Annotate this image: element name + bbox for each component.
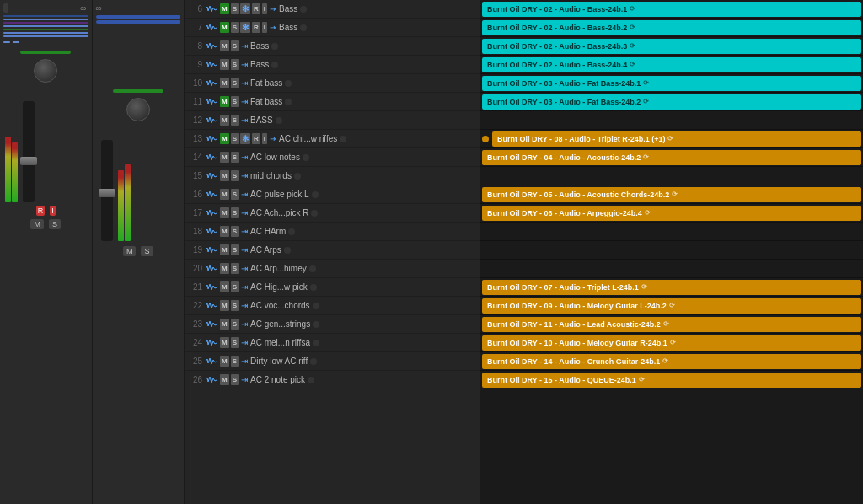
track-row[interactable]: 23 MS⇥AC gen...strings bbox=[185, 315, 480, 334]
solo-button[interactable]: S bbox=[231, 189, 239, 200]
audio-clip[interactable]: Burnt Oil DRY - 14 - Audio - Crunch Guit… bbox=[482, 354, 861, 369]
r-button[interactable]: R bbox=[252, 133, 260, 144]
audio-clip[interactable]: Burnt Oil DRY - 03 - Audio - Fat Bass-24… bbox=[482, 94, 861, 110]
audio-clip[interactable]: Burnt Oil DRY - 09 - Audio - Melody Guit… bbox=[482, 298, 861, 314]
i-btn-1[interactable]: I bbox=[50, 206, 56, 216]
fader-track-2[interactable] bbox=[101, 140, 113, 241]
mute-button[interactable]: M bbox=[220, 133, 229, 144]
solo-button[interactable]: S bbox=[231, 300, 239, 311]
mute-button[interactable]: M bbox=[220, 281, 229, 292]
audio-clip[interactable]: Burnt Oil DRY - 04 - Audio - Acoustic-24… bbox=[482, 150, 861, 165]
audio-clip[interactable]: Burnt Oil DRY - 02 - Audio - Bass-24b.2⟳ bbox=[482, 20, 861, 35]
track-row[interactable]: 13 MS✻RI⇥AC chi...w riffes bbox=[185, 130, 480, 148]
solo-button[interactable]: S bbox=[231, 319, 239, 330]
track-row[interactable]: 19 MS⇥AC Arps bbox=[185, 241, 480, 260]
solo-button[interactable]: S bbox=[231, 356, 239, 367]
read-btn-1[interactable] bbox=[20, 51, 71, 54]
mute-button[interactable]: M bbox=[220, 3, 229, 14]
solo-button[interactable]: S bbox=[231, 96, 239, 107]
mute-button[interactable]: M bbox=[220, 300, 229, 311]
mute-button[interactable]: M bbox=[220, 207, 229, 218]
plugin-saturn[interactable] bbox=[3, 15, 88, 17]
snow-button[interactable]: ✻ bbox=[240, 3, 250, 14]
audio-clip[interactable]: Burnt Oil DRY - 06 - Audio - Arpeggio-24… bbox=[482, 206, 861, 221]
mute-button[interactable]: M bbox=[220, 96, 229, 107]
solo-button[interactable]: S bbox=[231, 263, 239, 274]
audio-clip[interactable]: Burnt Oil DRY - 07 - Audio - Triplet L-2… bbox=[482, 280, 861, 295]
track-row[interactable]: 12 MS⇥BASS bbox=[185, 111, 480, 130]
solo-button[interactable]: S bbox=[231, 281, 239, 292]
plugin-proq1[interactable] bbox=[3, 19, 88, 20]
solo-button[interactable]: S bbox=[231, 22, 239, 33]
track-row[interactable]: 6 MS✻RI⇥Bass bbox=[185, 0, 480, 19]
mute-button[interactable]: M bbox=[220, 189, 229, 200]
track-row[interactable]: 22 MS⇥AC voc...chords bbox=[185, 297, 480, 315]
solo-button[interactable]: S bbox=[231, 226, 239, 237]
audio-clip[interactable]: Burnt Oil DRY - 02 - Audio - Bass-24b.4⟳ bbox=[482, 57, 861, 72]
track-row[interactable]: 17 MS⇥AC Ach...pick R bbox=[185, 204, 480, 223]
track-row[interactable]: 18 MS⇥AC HArm bbox=[185, 223, 480, 241]
mute-button[interactable]: M bbox=[220, 356, 229, 367]
track-row[interactable]: 21 MS⇥AC Hig...w pick bbox=[185, 278, 480, 297]
track-row[interactable]: 20 MS⇥AC Arp...himey bbox=[185, 260, 480, 278]
solo-button[interactable]: S bbox=[231, 244, 239, 255]
s-btn-1[interactable]: S bbox=[49, 219, 61, 229]
plugin-proq2[interactable] bbox=[3, 25, 88, 27]
mute-button[interactable]: M bbox=[220, 22, 229, 33]
track-row[interactable]: 25 MS⇥Dirty low AC riff bbox=[185, 352, 480, 371]
fader-thumb-1[interactable] bbox=[20, 157, 37, 165]
track-row[interactable]: 26 MS⇥AC 2 note pick bbox=[185, 371, 480, 389]
mute-button[interactable]: M bbox=[220, 170, 229, 181]
plugin-promb[interactable] bbox=[3, 22, 88, 24]
mute-button[interactable]: M bbox=[220, 40, 229, 51]
audio-clip[interactable]: Burnt Oil DRY - 11 - Audio - Lead Acoust… bbox=[482, 317, 861, 332]
solo-button[interactable]: S bbox=[231, 152, 239, 163]
audio-clip[interactable]: Burnt Oil DRY - 02 - Audio - Bass-24b.1⟳ bbox=[482, 2, 861, 17]
mute-button[interactable]: M bbox=[220, 59, 229, 70]
solo-button[interactable]: S bbox=[231, 207, 239, 218]
mute-button[interactable]: M bbox=[220, 244, 229, 255]
mute-button[interactable]: M bbox=[220, 78, 229, 88]
audio-clip[interactable]: Burnt Oil DRY - 15 - Audio - QUEUE-24b.1… bbox=[482, 373, 861, 388]
solo-button[interactable]: S bbox=[231, 170, 239, 181]
m-btn-1[interactable]: M bbox=[30, 219, 44, 229]
read-btn-2[interactable] bbox=[113, 89, 163, 93]
bus-b17[interactable] bbox=[3, 41, 10, 43]
solo-button[interactable]: S bbox=[231, 374, 239, 385]
snow-button[interactable]: ✻ bbox=[240, 133, 250, 144]
track-row[interactable]: 24 MS⇥AC mel...n riffsa bbox=[185, 334, 480, 352]
track-row[interactable]: 9 MS⇥Bass bbox=[185, 56, 480, 74]
audio-clip[interactable]: Burnt Oil DRY - 02 - Audio - Bass-24b.3⟳ bbox=[482, 39, 861, 54]
solo-button[interactable]: S bbox=[231, 40, 239, 51]
r-button[interactable]: R bbox=[252, 22, 260, 33]
track-row[interactable]: 10 MS⇥Fat bass bbox=[185, 74, 480, 93]
mute-button[interactable]: M bbox=[220, 263, 229, 274]
plugin-prol[interactable] bbox=[3, 35, 88, 37]
m-btn-2[interactable]: M bbox=[123, 246, 137, 256]
solo-button[interactable]: S bbox=[231, 115, 239, 126]
audio-clip[interactable]: Burnt Oil DRY - 03 - Audio - Fat Bass-24… bbox=[482, 76, 861, 91]
mute-button[interactable]: M bbox=[220, 319, 229, 330]
audio-clip[interactable]: Burnt Oil DRY - 10 - Audio - Melody Guit… bbox=[482, 335, 861, 351]
mute-button[interactable]: M bbox=[220, 374, 229, 385]
s-btn-2[interactable]: S bbox=[141, 246, 153, 256]
track-row[interactable]: 16 MS⇥AC pulse pick L bbox=[185, 185, 480, 204]
mute-button[interactable]: M bbox=[220, 152, 229, 163]
solo-button[interactable]: S bbox=[231, 133, 239, 144]
plugin-proq3[interactable] bbox=[3, 32, 88, 34]
pan-knob-2[interactable] bbox=[126, 98, 150, 121]
audio-clip[interactable]: Burnt Oil DRY - 08 - Audio - Triplet R-2… bbox=[492, 131, 861, 147]
mute-button[interactable]: M bbox=[220, 226, 229, 237]
ssl-plugin[interactable] bbox=[96, 15, 181, 19]
track-row[interactable]: 7 MS✻RI⇥Bass bbox=[185, 19, 480, 37]
track-row[interactable]: 8 MS⇥Bass bbox=[185, 37, 480, 56]
mute-button[interactable]: M bbox=[220, 337, 229, 348]
snow-button[interactable]: ✻ bbox=[240, 22, 250, 33]
solo-button[interactable]: S bbox=[231, 3, 239, 14]
track-row[interactable]: 11 MS⇥Fat bass bbox=[185, 93, 480, 111]
pan-knob-1[interactable] bbox=[34, 59, 57, 83]
solo-button[interactable]: S bbox=[231, 78, 239, 88]
loudness-plugin[interactable] bbox=[96, 20, 181, 24]
bus-b18[interactable] bbox=[13, 41, 19, 43]
plugin-apt[interactable] bbox=[3, 29, 88, 30]
